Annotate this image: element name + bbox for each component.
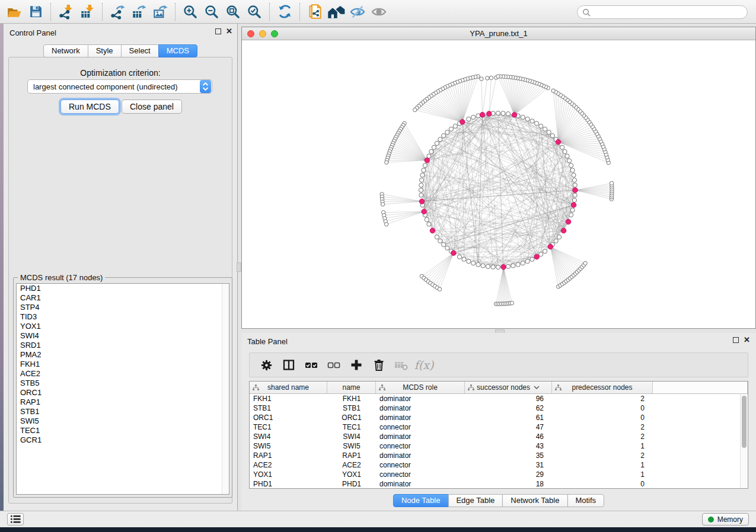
mcds-network-node[interactable] <box>561 228 566 233</box>
network-node[interactable] <box>425 217 429 222</box>
network-node[interactable] <box>521 115 525 119</box>
network-node[interactable] <box>462 257 466 261</box>
mcds-network-node[interactable] <box>501 265 506 270</box>
tab-mcds[interactable]: MCDS <box>158 44 197 57</box>
column-settings-button[interactable] <box>257 355 276 374</box>
select-all-button[interactable] <box>302 355 321 374</box>
column-header-shared-name[interactable]: shared name <box>250 382 327 393</box>
network-leaf-node[interactable] <box>480 77 483 81</box>
network-node[interactable] <box>554 239 558 243</box>
table-row[interactable]: SWI4SWI4dominator462 <box>250 432 748 441</box>
network-node[interactable] <box>569 164 573 168</box>
network-leaf-node[interactable] <box>583 261 587 265</box>
mcds-result-item[interactable]: ORC1 <box>17 388 229 398</box>
table-row[interactable]: SWI5SWI5connector431 <box>250 441 748 451</box>
network-node[interactable] <box>422 168 426 172</box>
export-network-button[interactable] <box>107 2 128 22</box>
network-node[interactable] <box>449 127 453 131</box>
network-node[interactable] <box>438 239 442 243</box>
network-node[interactable] <box>560 145 564 149</box>
mcds-result-item[interactable]: TID3 <box>17 312 229 322</box>
mcds-network-node[interactable] <box>451 251 456 255</box>
tab-edge-table[interactable]: Edge Table <box>448 494 503 507</box>
function-builder-button[interactable]: f(x) <box>414 355 433 374</box>
mcds-result-item[interactable]: YOX1 <box>17 322 229 331</box>
table-row[interactable]: TEC1TEC1connector472 <box>250 422 748 432</box>
mcds-result-item[interactable]: TEC1 <box>17 426 229 435</box>
table-row[interactable]: PHD1PHD1dominator180 <box>250 479 748 489</box>
mcds-network-node[interactable] <box>460 120 465 124</box>
network-node[interactable] <box>573 193 577 197</box>
mcds-network-node[interactable] <box>487 111 492 116</box>
zoom-out-button[interactable] <box>201 2 222 22</box>
network-node[interactable] <box>506 264 510 268</box>
network-node[interactable] <box>453 124 457 128</box>
mcds-network-node[interactable] <box>419 199 424 204</box>
table-scrollbar[interactable] <box>740 394 748 488</box>
search-input[interactable] <box>577 5 748 19</box>
network-node[interactable] <box>419 193 423 197</box>
mcds-network-node[interactable] <box>556 140 560 145</box>
column-header-successor-nodes[interactable]: successor nodes <box>465 382 552 393</box>
mcds-network-node[interactable] <box>571 203 576 207</box>
apply-layout-button[interactable] <box>274 2 295 22</box>
mcds-result-item[interactable]: STB1 <box>17 407 229 416</box>
network-node[interactable] <box>572 178 576 182</box>
close-panel-icon[interactable]: ✕ <box>226 28 232 34</box>
mcds-network-node[interactable] <box>573 188 578 193</box>
mcds-result-item[interactable]: RAP1 <box>17 398 229 407</box>
mcds-network-node[interactable] <box>512 113 516 117</box>
network-node[interactable] <box>565 154 569 158</box>
network-node[interactable] <box>572 198 576 202</box>
network-node[interactable] <box>547 130 551 134</box>
network-canvas[interactable] <box>242 40 755 329</box>
network-node[interactable] <box>539 252 543 257</box>
network-node[interactable] <box>429 149 433 153</box>
network-node[interactable] <box>550 134 554 138</box>
network-node[interactable] <box>457 255 461 259</box>
network-window-titlebar[interactable]: YPA_prune.txt_1 <box>242 27 755 40</box>
network-node[interactable] <box>467 259 471 264</box>
network-node[interactable] <box>506 112 510 116</box>
network-node[interactable] <box>511 264 515 268</box>
tab-node-table[interactable]: Node Table <box>393 494 449 507</box>
network-node[interactable] <box>563 149 567 153</box>
network-leaf-node[interactable] <box>610 181 613 185</box>
column-header-predecessor-nodes[interactable]: predecessor nodes <box>552 382 653 393</box>
mcds-network-node[interactable] <box>425 158 429 162</box>
network-node[interactable] <box>445 130 449 134</box>
network-leaf-node[interactable] <box>413 108 417 111</box>
network-node[interactable] <box>543 127 547 131</box>
export-to-web-button[interactable] <box>304 2 326 22</box>
network-node[interactable] <box>432 145 436 149</box>
delete-column-button[interactable] <box>369 355 388 374</box>
network-node[interactable] <box>476 114 480 118</box>
tab-network-table[interactable]: Network Table <box>502 494 567 507</box>
table-row[interactable]: FKH1FKH1dominator962 <box>250 394 748 403</box>
network-leaf-node[interactable] <box>551 89 555 92</box>
show-all-button[interactable] <box>368 2 390 22</box>
scrollbar-thumb[interactable] <box>742 396 747 448</box>
network-node[interactable] <box>486 264 490 268</box>
float-panel-icon[interactable] <box>733 337 739 343</box>
mcds-result-item[interactable]: SRD1 <box>17 341 229 350</box>
mcds-result-item[interactable]: GCR1 <box>17 435 229 445</box>
tab-motifs[interactable]: Motifs <box>567 494 604 507</box>
float-panel-icon[interactable] <box>215 28 221 34</box>
vertical-splitter-handle[interactable] <box>237 262 241 272</box>
network-node[interactable] <box>438 137 442 142</box>
network-node[interactable] <box>442 134 446 138</box>
network-node[interactable] <box>501 111 505 116</box>
open-file-button[interactable] <box>4 2 25 22</box>
network-node[interactable] <box>471 115 476 119</box>
network-leaf-node[interactable] <box>486 76 489 80</box>
mcds-result-item[interactable]: PMA2 <box>17 350 229 360</box>
network-node[interactable] <box>570 168 575 172</box>
network-node[interactable] <box>534 121 538 126</box>
show-tasks-button[interactable] <box>7 513 24 525</box>
table-row[interactable]: RAP1RAP1dominator352 <box>250 451 748 460</box>
network-node[interactable] <box>572 173 576 177</box>
memory-button[interactable]: Memory <box>702 513 749 525</box>
mcds-result-item[interactable]: STB5 <box>17 379 229 388</box>
mcds-network-node[interactable] <box>422 209 426 214</box>
